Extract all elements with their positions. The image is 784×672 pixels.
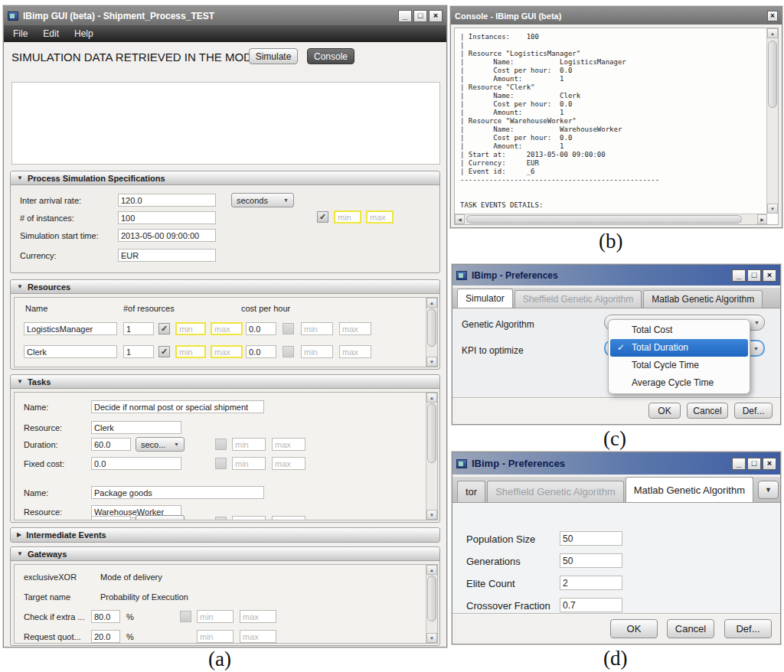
cancel-button[interactable]: Cancel bbox=[687, 403, 728, 419]
scroll-thumb[interactable] bbox=[768, 41, 777, 108]
task-duration-max-input[interactable] bbox=[272, 516, 305, 520]
currency-input[interactable] bbox=[118, 249, 216, 262]
menu-edit[interactable]: Edit bbox=[43, 28, 59, 39]
task-duration-unit-dropdown[interactable]: ▼ bbox=[136, 515, 185, 520]
tab-matlab-genetic-algorithm[interactable]: Matlab Genetic Algorithm bbox=[643, 290, 763, 308]
task-duration-min-input[interactable] bbox=[232, 438, 266, 451]
resource-range-checkbox[interactable]: ✓ bbox=[158, 323, 170, 334]
task-fixedcost-range-checkbox[interactable] bbox=[215, 458, 227, 469]
preferences-titlebar[interactable]: IBimp - Preferences _ □ × bbox=[452, 265, 780, 285]
scroll-up-icon[interactable]: ▲ bbox=[426, 565, 437, 575]
instances-min-input[interactable] bbox=[334, 210, 361, 223]
elite-count-input[interactable] bbox=[560, 576, 622, 590]
scroll-down-icon[interactable]: ▼ bbox=[426, 510, 437, 520]
resource-cost-input[interactable] bbox=[246, 345, 276, 358]
task-fixedcost-min-input[interactable] bbox=[232, 457, 266, 470]
defaults-button[interactable]: Def... bbox=[734, 403, 773, 419]
resource-cost-min-input[interactable] bbox=[301, 345, 333, 358]
defaults-button[interactable]: Def... bbox=[724, 619, 772, 638]
tab-sheffield-genetic-algorithm[interactable]: Sheffield Genetic Algorithm bbox=[487, 481, 624, 502]
task-resource-input[interactable] bbox=[91, 421, 181, 434]
tab-simulator[interactable]: Simulator bbox=[457, 289, 513, 308]
dropdown-option-total-duration[interactable]: ✓Total Duration bbox=[610, 339, 748, 357]
close-icon[interactable]: × bbox=[763, 458, 776, 470]
model-data-textarea[interactable] bbox=[11, 82, 440, 165]
crossover-fraction-input[interactable] bbox=[560, 598, 622, 612]
gateway-max-input[interactable] bbox=[240, 610, 276, 623]
resource-cost-min-input[interactable] bbox=[301, 322, 333, 335]
task-name-input[interactable] bbox=[91, 400, 264, 413]
resource-count-input[interactable] bbox=[123, 345, 154, 358]
gateway-min-input[interactable] bbox=[197, 610, 234, 623]
tasks-vertical-scrollbar[interactable]: ▲ ▼ bbox=[426, 393, 437, 520]
scroll-down-icon[interactable]: ▼ bbox=[767, 204, 778, 214]
scroll-up-icon[interactable]: ▲ bbox=[767, 28, 778, 38]
gateways-header[interactable]: ▼ Gateways bbox=[11, 547, 439, 561]
console-window-titlebar[interactable]: Console - IBimp GUI (beta) × bbox=[451, 7, 782, 24]
console-vertical-scrollbar[interactable]: ▲ ▼ bbox=[766, 28, 778, 214]
dropdown-option-average-cycle-time[interactable]: Average Cycle Time bbox=[610, 374, 748, 392]
resource-name-input[interactable] bbox=[24, 345, 117, 358]
resources-header[interactable]: ▼ Resources bbox=[11, 280, 439, 294]
maximize-icon[interactable]: □ bbox=[747, 269, 761, 282]
gateways-vertical-scrollbar[interactable]: ▲ ▼ bbox=[426, 565, 437, 643]
resource-range-checkbox[interactable]: ✓ bbox=[158, 346, 170, 357]
scroll-left-icon[interactable]: ◀ bbox=[455, 214, 465, 224]
instances-input[interactable] bbox=[118, 211, 216, 224]
scroll-thumb[interactable] bbox=[427, 403, 436, 463]
process-spec-header[interactable]: ▼ Process Simulation Specifications bbox=[11, 171, 439, 185]
minimize-icon[interactable]: _ bbox=[732, 269, 746, 282]
time-unit-dropdown[interactable]: seconds ▼ bbox=[231, 193, 294, 207]
task-duration-input[interactable] bbox=[91, 516, 131, 520]
minimize-icon[interactable]: _ bbox=[398, 10, 412, 22]
menu-file[interactable]: File bbox=[13, 28, 28, 39]
ok-button[interactable]: OK bbox=[610, 619, 658, 638]
instances-range-checkbox[interactable]: ✓ bbox=[317, 211, 328, 223]
task-duration-unit-dropdown[interactable]: seco... ▼ bbox=[136, 437, 185, 452]
gateway-max-input[interactable] bbox=[240, 630, 276, 643]
preferences-titlebar[interactable]: IBimp - Preferences _ □ × bbox=[452, 452, 780, 475]
scroll-down-icon[interactable]: ▼ bbox=[426, 357, 437, 367]
resource-min-input[interactable] bbox=[175, 345, 206, 358]
resource-cost-max-input[interactable] bbox=[339, 345, 371, 358]
dropdown-option-total-cost[interactable]: Total Cost bbox=[610, 321, 748, 339]
scroll-up-icon[interactable]: ▲ bbox=[426, 298, 437, 308]
gateway-min-input[interactable] bbox=[197, 630, 234, 643]
generations-input[interactable] bbox=[560, 553, 622, 568]
resource-max-input[interactable] bbox=[211, 322, 243, 335]
resource-min-input[interactable] bbox=[175, 322, 206, 335]
minimize-icon[interactable]: _ bbox=[732, 458, 746, 470]
ok-button[interactable]: OK bbox=[648, 403, 681, 419]
console-button[interactable]: Console bbox=[307, 48, 354, 64]
gateway-probability-input[interactable] bbox=[91, 610, 120, 623]
dropdown-option-total-cycle-time[interactable]: Total Cycle Time bbox=[610, 357, 748, 374]
task-duration-range-checkbox[interactable] bbox=[215, 517, 227, 520]
close-icon[interactable]: × bbox=[767, 11, 778, 21]
menu-help[interactable]: Help bbox=[74, 28, 93, 39]
close-icon[interactable]: × bbox=[429, 10, 443, 22]
console-horizontal-scrollbar[interactable]: ◀ ▶ bbox=[455, 214, 767, 224]
main-window-titlebar[interactable]: IBimp GUI (beta) - Shipment_Process_TEST… bbox=[4, 6, 446, 25]
task-duration-min-input[interactable] bbox=[232, 516, 266, 520]
scroll-down-icon[interactable]: ▼ bbox=[426, 633, 437, 643]
resource-count-input[interactable] bbox=[123, 322, 154, 335]
scroll-up-icon[interactable]: ▲ bbox=[426, 393, 437, 403]
task-duration-range-checkbox[interactable] bbox=[215, 439, 227, 450]
inter-arrival-input[interactable] bbox=[118, 194, 216, 207]
start-time-input[interactable] bbox=[118, 229, 216, 242]
tab-matlab-genetic-algorithm[interactable]: Matlab Genetic Algorithm bbox=[626, 477, 753, 502]
scroll-thumb[interactable] bbox=[427, 576, 436, 621]
task-fixedcost-input[interactable] bbox=[91, 457, 181, 470]
maximize-icon[interactable]: □ bbox=[747, 458, 761, 470]
scroll-right-icon[interactable]: ▶ bbox=[757, 214, 767, 224]
simulate-button[interactable]: Simulate bbox=[249, 48, 298, 64]
resource-cost-max-input[interactable] bbox=[339, 322, 371, 335]
tab-scroll-button[interactable]: ▼ bbox=[758, 481, 779, 499]
resource-max-input[interactable] bbox=[211, 345, 243, 358]
resource-name-input[interactable] bbox=[24, 322, 117, 335]
tab-sheffield-genetic-algorithm[interactable]: Sheffield Genetic Algorithm bbox=[514, 290, 642, 308]
gateway-range-checkbox[interactable] bbox=[180, 611, 191, 622]
instances-max-input[interactable] bbox=[366, 210, 394, 223]
resources-vertical-scrollbar[interactable]: ▲ ▼ bbox=[426, 298, 437, 367]
gateway-probability-input[interactable] bbox=[91, 630, 120, 643]
